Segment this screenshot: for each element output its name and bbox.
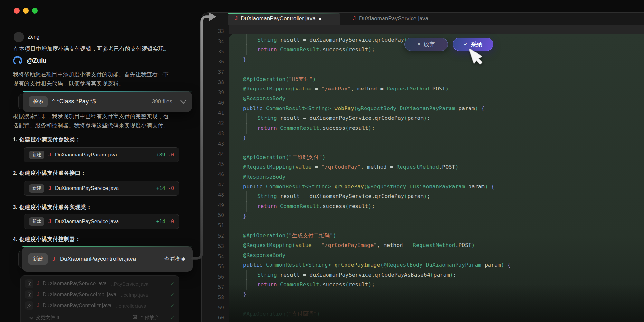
java-file-icon: J [48,152,51,158]
new-file-badge: 新建 [29,151,44,159]
code-line: String result = duXiaomanPayService.qrCo… [243,113,430,123]
close-icon: × [417,41,421,48]
line-number: 36 [207,57,224,67]
line-number: 43 [207,139,224,149]
file-change-chip[interactable]: 新建JDuXiaomanPayService.java+14 -0 [24,214,179,229]
minimize-window-button[interactable] [23,8,29,14]
line-number: 58 [207,292,224,303]
check-icon: ✓ [170,314,175,321]
close-window-button[interactable] [14,8,20,14]
changed-file-row[interactable]: JDuXiaomanPayService.java..PayService.ja… [25,278,175,289]
code-line: @ResponseBody [243,251,286,260]
check-icon: ✓ [170,302,175,309]
maximize-window-button[interactable] [32,8,38,14]
java-file-icon: J [48,219,51,224]
code-line: } [243,211,246,221]
new-file-badge: 新建 [28,253,48,265]
code-line: @ApiOperation("生成支付二维码") [243,231,336,241]
line-number: 60 [207,313,224,322]
user-name: Zeng [28,34,39,40]
line-number: 55 [207,261,224,272]
step4-file-popup[interactable]: 新建 J DuXiaomanPaycontroller.java 查看变更 [22,246,193,272]
line-number: 53 [207,241,224,251]
step-title: 3. 创建度小满支付服务实现类： [13,204,92,211]
line-number: 50 [207,210,224,221]
check-icon: ✓ [463,41,468,48]
step-title: 4. 创建度小满支付控制器： [13,235,80,243]
changed-file-name: DuXiaomanPayServiceImpl.java [43,292,117,298]
new-file-badge: 新建 [29,217,44,226]
line-number: 33 [207,26,224,36]
discard-button[interactable]: × 放弃 [404,38,448,51]
tab-duxiaomanpayservice[interactable]: J DuXiaomanPayService.java [346,13,450,25]
java-file-icon: J [235,16,238,22]
line-number: 43 [207,128,224,139]
code-line: public CommonResult<String> qrCodePay(@R… [243,182,494,192]
user-avatar [14,32,24,42]
line-number: 42 [207,118,224,128]
file-change-chip[interactable]: 新建JDuXiaomanPayParam.java+89 -0 [24,147,179,162]
java-file-icon: J [48,185,51,191]
changed-files-panel: JDuXiaomanPayService.java..PayService.ja… [20,275,179,322]
accept-button[interactable]: ✓ 采纳 [453,38,493,51]
tab-duxiaomanpaycontroller[interactable]: J DuXiaomanPayController.java [228,13,340,25]
file-path-hint: ..ontroller.java [116,303,146,308]
diff-stats: +14 -0 [156,219,174,224]
line-number: 52 [207,231,224,241]
file-plus-icon [25,279,33,288]
tab-label: DuXiaomanPayController.java [241,15,316,22]
diff-stats: +89 -0 [156,152,174,158]
code-line: String result = duXiaomanPayService.qrCo… [243,270,456,280]
search-label-badge: 检索 [29,96,48,107]
line-number: 39 [207,88,224,98]
user-message: 在本项目中增加度小满支付逻辑，可参考已有的支付逻辑实现。 [14,44,187,53]
code-line: @ApiOperation("支付回调") [243,309,320,319]
code-line: public CommonResult<String> webPay(@Requ… [243,104,485,113]
file-plus-icon [25,290,33,299]
zulu-logo-icon [12,55,23,66]
changed-file-row[interactable]: JDuXiaomanPayServiceImpl.java..ceImpl.ja… [25,289,175,300]
code-line: @ApiOperation("二维码支付") [243,153,326,162]
assistant-intro: 我将帮助您在项目中添加度小满支付的功能。首先让我查看一下 现有的支付相关代码，以… [13,70,193,88]
line-number: 41 [207,108,224,118]
diff-stats: +14 -0 [156,185,174,191]
code-line: @ResponseBody [243,172,286,182]
search-result-count: 390 files [152,99,172,105]
line-number: 49 [207,200,224,211]
java-file-icon: J [37,281,40,287]
chip-file-name: DuXiaomanPayService.java [55,185,119,191]
view-changes-link[interactable]: 查看变更 [164,255,186,263]
changed-file-name: DuXiaomanPayController.java [43,303,111,308]
line-number: 34 [207,36,224,47]
new-file-badge: 新建 [29,184,44,193]
editor-panel: J DuXiaomanPayController.java J DuXiaoma… [201,12,644,322]
code-line: @RequestMapping(value = "/qrCodePayImage… [243,241,475,250]
line-number: 51 [207,221,224,231]
line-number: 59 [207,303,224,313]
code-line: public CommonResult<String> qrCodePayIma… [243,260,511,270]
search-query: ^.*Class.*Pay.*$ [52,98,96,105]
code-line: } [243,289,246,299]
line-number: 54 [207,251,224,262]
changed-file-row[interactable]: JDuXiaomanPayController.java..ontroller.… [25,300,175,311]
chevron-down-icon[interactable] [29,314,34,319]
pencil-icon [25,301,33,310]
file-change-chip[interactable]: 新建JDuXiaomanPayService.java+14 -0 [24,181,179,196]
code-line: @RequestMapping(value = "/webPay", metho… [243,84,449,94]
check-icon: ✓ [170,280,175,287]
java-file-icon: J [37,292,40,298]
editor-header-strip [229,25,644,34]
discard-all-icon [132,315,137,321]
code-line: return CommonResult.success(result); [243,202,375,211]
file-path-hint: ..PayService.java [111,281,148,287]
modified-dot-icon [319,18,321,20]
code-line: return CommonResult.success(result); [243,45,375,54]
code-area[interactable]: String result = duXiaomanPayService.qrCo… [229,34,644,322]
discard-all-label[interactable]: 全部放弃 [140,315,159,321]
chevron-down-icon[interactable] [180,98,186,103]
code-line: String result = duXiaomanPayService.qrCo… [243,35,430,45]
line-number: 44 [207,149,224,159]
search-result-card[interactable]: 检索 ^.*Class.*Pay.*$ 390 files [23,91,192,112]
line-number: 45 [207,159,224,169]
assistant-name: @Zulu [27,57,47,64]
